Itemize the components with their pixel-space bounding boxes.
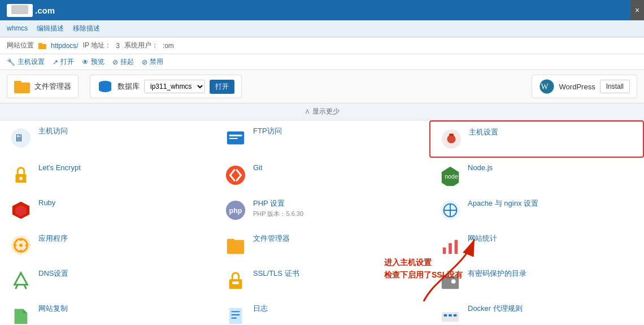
file-manager-grid-title: 文件管理器 (253, 233, 290, 244)
user-value: :om (163, 42, 174, 50)
svg-rect-39 (443, 248, 446, 254)
svg-rect-58 (449, 314, 452, 317)
apps-icon (9, 233, 33, 257)
nav-edit-desc[interactable]: 编辑描述 (37, 24, 64, 32)
svg-rect-1 (38, 43, 42, 45)
database-tool[interactable]: 数据库 ip311_whmcs 打开 (90, 75, 242, 98)
nav-whmcs[interactable]: whmcs (7, 24, 28, 32)
svg-rect-56 (442, 312, 459, 322)
docker-item[interactable]: Docker 代理规则 (429, 298, 644, 325)
svg-marker-42 (15, 273, 28, 285)
ruby-title: Ruby (38, 198, 55, 207)
db-open-button[interactable]: 打开 (210, 80, 234, 94)
svg-rect-55 (231, 318, 237, 319)
wordpress-icon: W (539, 79, 555, 94)
protected-dir-icon (438, 268, 462, 292)
site-copy-icon (9, 304, 33, 325)
logs-icon (224, 304, 247, 325)
svg-rect-3 (14, 81, 21, 85)
ruby-item[interactable]: Ruby (0, 193, 215, 228)
wrench-icon: 🔧 (7, 58, 15, 66)
file-manager-tool[interactable]: 文件管理器 (7, 75, 79, 98)
host-settings-action[interactable]: 🔧 主机设置 (7, 57, 45, 67)
svg-rect-59 (454, 314, 457, 317)
httpdocs-link[interactable]: httpdocs/ (51, 42, 79, 50)
show-less-toggle[interactable]: ∧ 显示更少 (0, 103, 644, 120)
file-manager-grid-icon (224, 233, 247, 257)
disable-label: 禁用 (150, 57, 163, 67)
php-item[interactable]: php PHP 设置 PHP 版本：5.6.30 (215, 193, 429, 228)
logs-item[interactable]: 日志 (215, 298, 429, 325)
folder-tool-icon (14, 79, 30, 94)
docker-icon (438, 304, 462, 325)
database-tool-icon (97, 79, 113, 94)
ssl-icon (224, 268, 247, 292)
apps-item[interactable]: 应用程序 (0, 228, 215, 263)
disable-action[interactable]: ⊘ 禁用 (142, 57, 163, 67)
svg-rect-13 (229, 138, 238, 139)
wordpress-install-button[interactable]: Install (600, 80, 630, 93)
file-manager-item[interactable]: 文件管理器 (215, 228, 429, 263)
ruby-icon (9, 198, 33, 222)
git-icon (224, 163, 247, 187)
svg-rect-40 (449, 243, 452, 254)
nav-remove-desc[interactable]: 移除描述 (73, 24, 100, 32)
svg-rect-46 (232, 281, 238, 284)
stats-item[interactable]: 网站统计 (429, 228, 644, 263)
file-manager-tool-label: 文件管理器 (34, 81, 71, 92)
open-action[interactable]: ↗ 打开 (53, 57, 74, 67)
site-copy-title: 网站复制 (38, 304, 68, 314)
nodejs-item[interactable]: node Node.js (429, 158, 644, 193)
dns-item[interactable]: DNS设置 (0, 263, 215, 298)
main-grid: 🖥 主机访问 FTP访问 主机设置 (0, 120, 644, 325)
disable-icon: ⊘ (142, 58, 147, 66)
apache-nginx-title: Apache 与 nginx 设置 (468, 198, 538, 209)
svg-rect-45 (229, 279, 242, 289)
ftp-title: FTP访问 (253, 126, 282, 136)
svg-rect-53 (231, 311, 240, 312)
ssl-title: SSL/TLS 证书 (253, 268, 299, 279)
svg-point-19 (226, 166, 245, 185)
database-select[interactable]: ip311_whmcs (144, 80, 205, 93)
svg-rect-54 (231, 314, 240, 315)
open-label: 打开 (60, 57, 74, 67)
svg-point-18 (19, 177, 23, 180)
host-settings-item[interactable]: 主机设置 (429, 120, 644, 158)
ssl-item[interactable]: SSL/TLS 证书 (215, 263, 429, 298)
ip-value: 3 (116, 42, 120, 50)
svg-text:php: php (229, 207, 242, 215)
database-tool-label: 数据库 (118, 81, 140, 92)
preview-label: 预览 (91, 57, 105, 67)
svg-rect-52 (229, 308, 242, 324)
svg-point-36 (19, 244, 23, 247)
ftp-icon (224, 126, 247, 150)
preview-action[interactable]: 👁 预览 (82, 57, 105, 67)
ip-label: IP 地址： (83, 41, 111, 50)
lets-encrypt-item[interactable]: Let's Encrypt (0, 158, 215, 193)
host-settings-label: 主机设置 (18, 57, 45, 67)
docker-title: Docker 代理规则 (468, 304, 523, 314)
close-button[interactable]: × (630, 0, 644, 20)
site-copy-item[interactable]: 网站复制 (0, 298, 215, 325)
host-settings-icon (440, 127, 463, 151)
svg-point-15 (447, 135, 455, 143)
svg-rect-57 (444, 314, 447, 317)
svg-text:W: W (541, 83, 549, 91)
preview-icon: 👁 (82, 58, 89, 66)
site-location-label: 网站位置 (7, 41, 34, 50)
protected-dir-item[interactable]: 有密码保护的目录 (429, 263, 644, 298)
header: .com × (0, 0, 644, 20)
host-access-icon: 🖥 (9, 126, 33, 150)
protected-dir-title: 有密码保护的目录 (468, 268, 526, 279)
apache-nginx-icon (438, 198, 462, 222)
suspend-action[interactable]: ⊘ 挂起 (112, 57, 134, 67)
ftp-access-item[interactable]: FTP访问 (215, 120, 429, 158)
stats-title: 网站统计 (468, 233, 497, 244)
domain-title: .com (35, 6, 55, 15)
svg-rect-48 (442, 275, 449, 279)
wordpress-tool[interactable]: W WordPress Install (532, 75, 637, 98)
apache-nginx-item[interactable]: Apache 与 nginx 设置 (429, 193, 644, 228)
host-access-item[interactable]: 🖥 主机访问 (0, 120, 215, 158)
git-item[interactable]: Git (215, 158, 429, 193)
apps-title: 应用程序 (38, 233, 68, 244)
